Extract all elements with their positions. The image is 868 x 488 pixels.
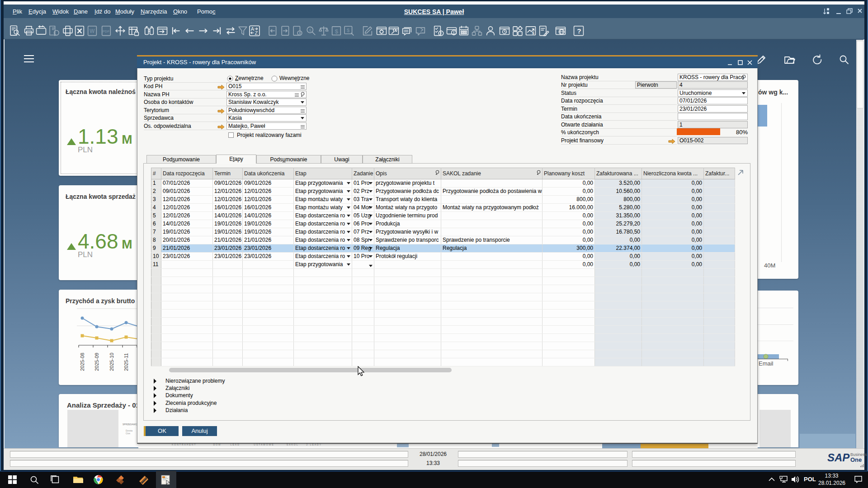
svg-text:A: A [251, 26, 255, 32]
svg-text:$: $ [299, 31, 302, 36]
svg-text:One: One [850, 456, 862, 463]
svg-text:2025-11: 2025-11 [123, 353, 129, 371]
svg-text:W: W [90, 28, 95, 34]
svg-text:$: $ [335, 28, 339, 35]
svg-text:$: $ [347, 28, 349, 33]
svg-text:2025-09: 2025-09 [94, 353, 99, 371]
svg-text:PDF: PDF [103, 29, 110, 33]
svg-text:$: $ [309, 28, 311, 33]
svg-text:SAP: SAP [827, 451, 850, 464]
svg-text:2025-10: 2025-10 [109, 353, 114, 371]
svg-text:2025-08: 2025-08 [80, 353, 85, 371]
svg-text:Z: Z [255, 30, 258, 36]
svg-text:$: $ [532, 31, 534, 35]
svg-text:?: ? [577, 27, 581, 35]
